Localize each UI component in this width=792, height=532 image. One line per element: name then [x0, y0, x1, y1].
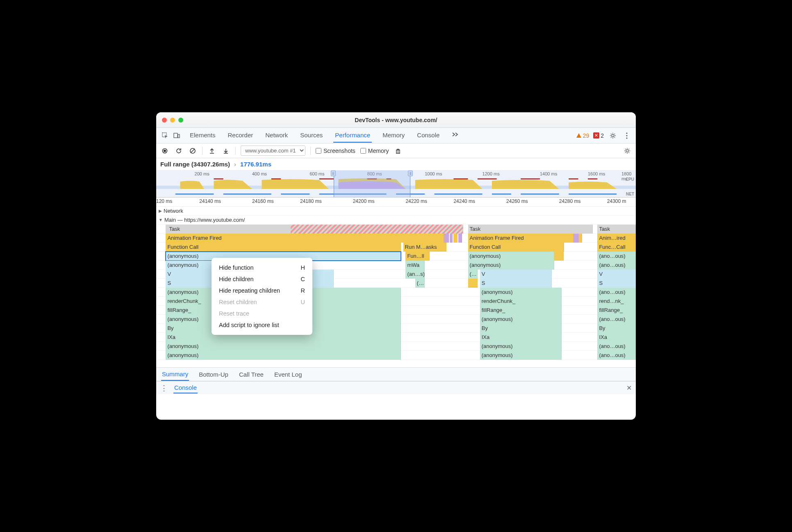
detail-ruler[interactable]: 120 ms 24140 ms 24160 ms 24180 ms 24200 …	[156, 198, 636, 207]
main-section-header[interactable]: ▼Main — https://www.youtube.com/	[156, 216, 636, 225]
tab-elements[interactable]: Elements	[188, 128, 217, 143]
flame-task[interactable]: Task	[468, 225, 593, 234]
flame-anonymous[interactable]: (ano…ous)	[597, 261, 636, 270]
more-icon[interactable]	[622, 131, 632, 141]
settings-icon[interactable]	[608, 131, 618, 141]
garbage-collect-icon[interactable]	[394, 146, 403, 155]
drawer-close-icon[interactable]: ✕	[626, 384, 632, 392]
timeline-overview[interactable]: 200 ms 400 ms 600 ms 800 ms 1000 ms 1200…	[156, 171, 636, 198]
flame-misc[interactable]	[574, 234, 578, 243]
memory-checkbox[interactable]: Memory	[360, 148, 389, 154]
flame-misc[interactable]	[554, 252, 564, 261]
upload-icon[interactable]	[207, 146, 216, 155]
flame-by[interactable]: By	[597, 324, 636, 333]
flame-anonymous[interactable]: (ano…ous)	[597, 252, 636, 261]
ctx-add-to-ignore[interactable]: Add script to ignore list	[212, 319, 312, 331]
flame-renderchunk[interactable]: renderChunk_	[480, 297, 562, 306]
tab-network[interactable]: Network	[264, 128, 289, 143]
tabs-overflow-icon[interactable]	[450, 128, 461, 143]
error-icon[interactable]: ✕ 2	[593, 132, 604, 139]
overview-selection[interactable]	[334, 171, 410, 197]
flame-function-call[interactable]: Function Call	[468, 243, 564, 252]
detail-tab-calltree[interactable]: Call Tree	[238, 368, 264, 380]
clear-icon[interactable]	[188, 146, 197, 155]
flame-animation[interactable]: Animation Frame Fired	[468, 234, 574, 243]
flame-paren[interactable]: (…	[468, 270, 478, 279]
drawer-more-icon[interactable]: ⋮	[160, 384, 168, 393]
flame-task[interactable]: Task	[597, 225, 636, 234]
panel-settings-icon[interactable]	[623, 146, 632, 155]
flame-anonymous[interactable]: (anonymous)	[468, 252, 555, 261]
full-range-label[interactable]: Full range (34307.26ms)	[160, 161, 230, 168]
svg-rect-25	[281, 193, 310, 195]
warning-icon[interactable]: 29	[576, 132, 589, 139]
screenshots-checkbox[interactable]: Screenshots	[316, 148, 355, 154]
tab-sources[interactable]: Sources	[298, 128, 324, 143]
flame-renderchunk[interactable]: rend…nk_	[597, 297, 636, 306]
flame-function-call[interactable]: Function Call	[166, 243, 401, 252]
flame-anonymous[interactable]: (ano…ous)	[597, 288, 636, 297]
maximize-window-button[interactable]	[178, 118, 183, 123]
flame-paren[interactable]: (…	[415, 279, 425, 288]
flame-fillrange[interactable]: fillRange_	[480, 306, 562, 315]
flame-run-microtasks[interactable]: Run M…asks	[403, 243, 446, 252]
flame-chart[interactable]: ▶Network ▼Main — https://www.youtube.com…	[156, 207, 636, 367]
flame-s[interactable]: S	[597, 279, 636, 288]
flame-s[interactable]: S	[480, 279, 552, 288]
reload-icon[interactable]	[174, 146, 183, 155]
flame-misc[interactable]	[578, 234, 582, 243]
flame-anonymous[interactable]: (anonymous)	[166, 351, 401, 360]
selection-handle-right[interactable]: ||	[408, 171, 413, 176]
download-icon[interactable]	[221, 146, 230, 155]
flame-v[interactable]: V	[480, 270, 552, 279]
flame-task[interactable]: Task	[166, 225, 463, 234]
flame-an[interactable]: (an…s)	[405, 270, 425, 279]
profile-select[interactable]: www.youtube.com #1	[241, 146, 305, 156]
tab-memory[interactable]: Memory	[381, 128, 406, 143]
device-toolbar-icon[interactable]	[172, 131, 182, 141]
detail-tab-summary[interactable]: Summary	[161, 368, 189, 381]
flame-misc[interactable]	[444, 234, 449, 243]
tab-recorder[interactable]: Recorder	[226, 128, 255, 143]
selection-handle-left[interactable]: ||	[331, 171, 336, 176]
flame-misc[interactable]	[450, 234, 453, 243]
flame-fillrange[interactable]: fillRange_	[597, 306, 636, 315]
flame-anonymous[interactable]: (ano…ous)	[597, 351, 636, 360]
ctx-hide-repeating-children[interactable]: Hide repeating childrenR	[212, 285, 312, 296]
ctx-reset-trace: Reset trace	[212, 308, 312, 319]
flame-misc[interactable]	[468, 279, 478, 288]
tab-console[interactable]: Console	[415, 128, 441, 143]
flame-misc[interactable]	[458, 234, 462, 243]
close-window-button[interactable]	[162, 118, 167, 123]
ctx-hide-children[interactable]: Hide childrenC	[212, 273, 312, 285]
flame-function-call[interactable]: Func…Call	[597, 243, 636, 252]
flame-anonymous[interactable]: (anonymous)	[480, 351, 562, 360]
flame-anonymous[interactable]: (anonymous)	[480, 315, 562, 324]
flame-ixa[interactable]: IXa	[480, 333, 562, 342]
selected-range-label[interactable]: 1776.91ms	[240, 161, 271, 168]
flame-animation[interactable]: Animation Frame Fired	[166, 234, 444, 243]
detail-tab-eventlog[interactable]: Event Log	[273, 368, 303, 380]
flame-ixa[interactable]: IXa	[597, 333, 636, 342]
flame-anonymous[interactable]: (anonymous)	[468, 261, 555, 270]
tab-performance[interactable]: Performance	[333, 128, 372, 143]
network-section-header[interactable]: ▶Network	[156, 207, 636, 216]
flame-anonymous[interactable]: (anonymous)	[480, 288, 562, 297]
drawer-tab-console[interactable]: Console	[173, 382, 198, 393]
inspect-element-icon[interactable]	[160, 131, 170, 141]
flame-v[interactable]: V	[597, 270, 636, 279]
flame-func[interactable]: Fun…ll	[405, 252, 430, 261]
flame-by[interactable]: By	[480, 324, 562, 333]
minimize-window-button[interactable]	[170, 118, 175, 123]
record-icon[interactable]	[160, 146, 169, 155]
flame-anonymous[interactable]: (anonymous)	[166, 261, 214, 270]
flame-mwa[interactable]: mWa	[405, 261, 425, 270]
flame-anonymous[interactable]: (anonymous)	[166, 342, 401, 351]
flame-animation[interactable]: Anim…ired	[597, 234, 636, 243]
flame-anonymous[interactable]: (anonymous)	[480, 342, 562, 351]
flame-anonymous[interactable]: (ano…ous)	[597, 342, 636, 351]
flame-anonymous[interactable]: (ano…ous)	[597, 315, 636, 324]
ctx-hide-function[interactable]: Hide functionH	[212, 262, 312, 273]
detail-tab-bottomup[interactable]: Bottom-Up	[198, 368, 229, 380]
flame-misc[interactable]	[453, 234, 457, 243]
